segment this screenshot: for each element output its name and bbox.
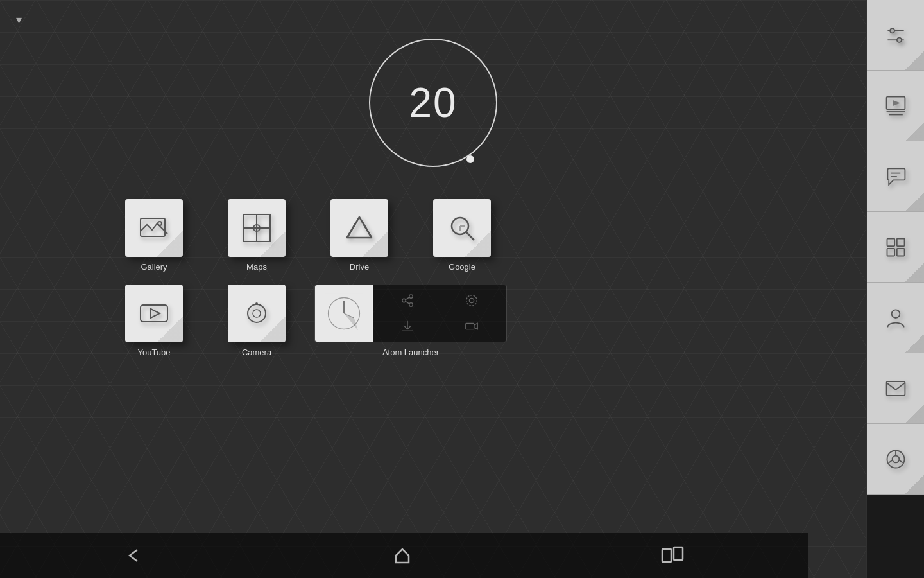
svg-point-18	[409, 295, 413, 299]
maps-icon	[228, 199, 286, 257]
maps-label: Maps	[246, 262, 267, 272]
svg-point-1	[158, 222, 162, 225]
svg-rect-27	[662, 549, 671, 562]
app-item-gallery[interactable]: Gallery	[116, 199, 193, 272]
svg-rect-26	[466, 323, 474, 329]
atom-launcher-box	[314, 285, 507, 342]
clock-circle: 20	[369, 39, 497, 167]
app-item-google[interactable]: Google	[424, 199, 501, 272]
svg-marker-10	[151, 309, 160, 318]
home-button[interactable]	[393, 546, 412, 565]
svg-point-30	[890, 28, 894, 33]
atom-icon-download	[377, 315, 438, 338]
main-area: ▾ 20 Gallery	[0, 0, 866, 578]
camera-label: Camera	[242, 347, 271, 357]
app-item-atom-launcher[interactable]: Atom Launcher	[321, 285, 501, 357]
svg-point-11	[248, 304, 266, 322]
svg-line-22	[406, 297, 409, 300]
app-item-camera[interactable]: Camera	[218, 285, 295, 357]
app-grid: Gallery Maps	[116, 199, 501, 357]
sidebar-item-chat[interactable]	[867, 141, 924, 212]
svg-point-6	[255, 227, 258, 229]
app-item-maps[interactable]: Maps	[218, 199, 295, 272]
sidebar-item-profile[interactable]	[867, 283, 924, 353]
sidebar-item-settings[interactable]	[867, 0, 924, 71]
svg-marker-34	[893, 100, 901, 106]
svg-point-43	[892, 310, 900, 318]
app-item-drive[interactable]: Drive	[321, 199, 398, 272]
svg-point-20	[409, 303, 413, 307]
youtube-label: YouTube	[137, 347, 170, 357]
app-item-youtube[interactable]: YouTube	[116, 285, 193, 357]
svg-rect-40	[897, 238, 905, 246]
gallery-icon	[125, 199, 183, 257]
svg-rect-9	[141, 305, 167, 322]
bottom-nav	[0, 533, 809, 578]
back-button[interactable]	[124, 546, 144, 565]
youtube-icon	[125, 285, 183, 342]
atom-icon-video	[441, 315, 502, 338]
svg-rect-39	[887, 238, 895, 246]
svg-point-12	[253, 310, 261, 317]
svg-line-21	[406, 301, 409, 304]
svg-point-46	[893, 455, 900, 462]
clock-dot	[466, 155, 474, 163]
svg-point-32	[897, 37, 902, 42]
clock-widget: 20	[369, 39, 497, 167]
google-icon	[433, 199, 491, 257]
svg-point-23	[469, 298, 474, 302]
right-sidebar	[866, 0, 924, 578]
drive-label: Drive	[350, 262, 369, 272]
drive-icon	[330, 199, 388, 257]
svg-point-13	[255, 302, 258, 305]
sidebar-item-email[interactable]	[867, 353, 924, 424]
svg-rect-44	[887, 381, 905, 396]
sidebar-item-media[interactable]	[867, 71, 924, 141]
sidebar-item-chrome[interactable]	[867, 424, 924, 495]
camera-icon	[228, 285, 286, 342]
svg-rect-28	[674, 547, 683, 560]
svg-point-24	[466, 295, 477, 306]
recent-button[interactable]	[661, 546, 684, 565]
sidebar-item-grid[interactable]	[867, 212, 924, 283]
atom-icon-settings	[441, 289, 502, 312]
atom-clock-preview	[315, 285, 373, 342]
atom-mini-icons-grid	[373, 285, 506, 342]
svg-rect-41	[887, 248, 895, 256]
google-label: Google	[449, 262, 475, 272]
atom-launcher-label: Atom Launcher	[382, 347, 439, 357]
svg-line-8	[466, 232, 474, 240]
svg-rect-42	[897, 248, 905, 256]
svg-point-19	[402, 299, 406, 302]
atom-icon-share	[377, 289, 438, 312]
dropdown-arrow[interactable]: ▾	[16, 13, 22, 27]
clock-number: 20	[409, 79, 457, 127]
gallery-label: Gallery	[141, 262, 167, 272]
